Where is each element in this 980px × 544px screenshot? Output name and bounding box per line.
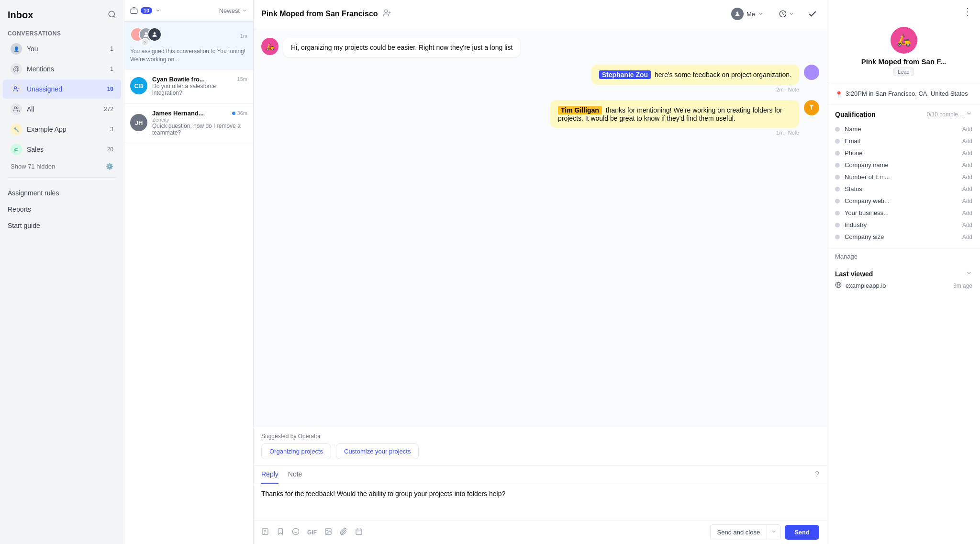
reply-tabs: Reply Note ? (254, 465, 827, 484)
tab-reply[interactable]: Reply (261, 465, 278, 484)
tim-note-meta: 1m · Note (550, 130, 799, 136)
person-add-icon[interactable] (383, 9, 391, 19)
you-avatar: 👤 (11, 43, 22, 55)
qual-add-company-web[interactable]: Add (962, 198, 972, 204)
send-close-btn[interactable]: Send and close (710, 524, 781, 540)
sidebar-item-badge-mentions: 1 (110, 66, 113, 72)
assignee-name: Me (746, 11, 755, 18)
qual-item-your-business: Your business... Add (835, 207, 972, 219)
conv-item[interactable]: 1m You assigned this conversation to You… (124, 22, 253, 70)
conv-item-preview-3: Quick question, how do I remove a teamma… (152, 123, 247, 136)
svg-point-7 (154, 32, 156, 34)
chat-messages: 🛵 Hi, organizing my projects could be ea… (254, 28, 827, 427)
qual-add-company-name[interactable]: Add (962, 162, 972, 169)
bookmark-icon[interactable] (277, 528, 284, 537)
chat-title: Pink Moped from San Francisco (261, 10, 378, 18)
sidebar-item-sales[interactable]: 🏷 Sales 20 (3, 140, 121, 159)
last-viewed-expand-icon[interactable] (966, 270, 972, 278)
qual-label-your-business: Your business... (845, 209, 958, 216)
manage-link[interactable]: Manage (827, 249, 980, 264)
message-bubble-1: Hi, organizing my projects could be easi… (283, 38, 520, 57)
qual-label-name: Name (845, 125, 958, 133)
reply-toolbar: GIF Send and close Send (254, 520, 827, 544)
conv-item-sub-3: Zencity (152, 117, 247, 123)
last-viewed-site: exampleapp.io (846, 282, 886, 289)
sidebar-item-unassigned[interactable]: Unassigned 10 (3, 79, 121, 99)
qual-add-name[interactable]: Add (962, 126, 972, 133)
send-btn[interactable]: Send (785, 525, 819, 540)
tab-note[interactable]: Note (288, 465, 302, 484)
sidebar-link-reports[interactable]: Reports (8, 202, 116, 217)
reply-input[interactable]: Thanks for the feedback! Would the abili… (254, 484, 827, 519)
sidebar-item-badge-sales: 20 (107, 146, 113, 153)
settings-icon[interactable]: ⚙️ (106, 163, 113, 170)
qual-add-industry[interactable]: Add (962, 222, 972, 228)
show-hidden-btn[interactable]: Show 71 hidden ⚙️ (3, 160, 121, 173)
conv-panel-header: 10 Newest (124, 0, 253, 22)
qual-item-industry: Industry Add (835, 219, 972, 231)
suggestions-label: Suggested by Operator (261, 433, 819, 440)
svg-point-11 (736, 11, 739, 14)
image-icon[interactable] (324, 528, 332, 537)
send-close-dropdown-btn[interactable] (767, 525, 780, 540)
qualification-expand-icon[interactable] (966, 110, 972, 118)
sidebar-item-all[interactable]: All 272 (3, 100, 121, 119)
qual-item-email: Email Add (835, 135, 972, 147)
sidebar-link-assignment-rules[interactable]: Assignment rules (8, 185, 116, 201)
format-icon[interactable] (261, 528, 269, 537)
more-options-icon[interactable]: ⋮ (963, 6, 972, 17)
reply-actions: Send and close Send (710, 524, 819, 540)
emoji-icon[interactable] (292, 528, 300, 537)
qual-label-phone: Phone (845, 149, 958, 157)
sidebar-item-badge-you: 1 (110, 45, 113, 52)
qual-add-num-employees[interactable]: Add (962, 174, 972, 181)
conv-sort-btn[interactable]: Newest (219, 7, 247, 14)
assignee-btn[interactable]: Me (727, 6, 768, 22)
last-viewed-section: Last viewed exampleapp.io 3m ago (827, 264, 980, 295)
conv-item-time-3: 36m (237, 110, 247, 116)
sales-icon: 🏷 (11, 144, 22, 155)
sidebar-item-mentions[interactable]: @ Mentions 1 (3, 59, 121, 79)
right-panel-top: 🛵 Pink Moped from San F... Lead (827, 19, 980, 84)
qual-add-email[interactable]: Add (962, 138, 972, 145)
suggestion-btn-2[interactable]: Customize your projects (336, 443, 419, 459)
conv-item[interactable]: CB Cyan Bowtie fro... 15m Do you offer a… (124, 70, 253, 104)
timer-btn[interactable] (775, 8, 798, 20)
qual-item-phone: Phone Add (835, 147, 972, 159)
qual-add-your-business[interactable]: Add (962, 210, 972, 216)
qualification-controls: 0/10 comple... (927, 110, 972, 118)
send-close-main-btn[interactable]: Send and close (711, 525, 767, 540)
conv-item[interactable]: JH James Hernand... 36m Zencity Quick qu… (124, 104, 253, 142)
qual-add-phone[interactable]: Add (962, 150, 972, 157)
sidebar-item-badge-example-app: 3 (110, 126, 113, 133)
qualification-header: Qualification 0/10 comple... (835, 110, 972, 118)
conv-filter-btn[interactable]: 10 (130, 7, 161, 14)
contact-avatar: 🛵 (891, 27, 917, 54)
chat-header: Pink Moped from San Francisco Me (254, 0, 827, 28)
timer-icon (779, 10, 787, 18)
qual-dot-your-business (835, 211, 840, 215)
calendar-icon[interactable] (355, 528, 363, 537)
search-icon[interactable] (108, 10, 116, 21)
help-icon[interactable]: ? (815, 470, 819, 479)
qual-add-company-size[interactable]: Add (962, 234, 972, 240)
attach-icon[interactable] (340, 528, 347, 537)
globe-icon (835, 282, 842, 290)
sort-dropdown-icon (242, 8, 247, 13)
svg-point-17 (292, 528, 299, 534)
location-display: 📍 3:20PM in San Francisco, CA, United St… (835, 90, 972, 98)
sidebar-item-you[interactable]: 👤 You 1 (3, 39, 121, 58)
qual-add-status[interactable]: Add (962, 186, 972, 193)
sidebar-item-label-sales: Sales (27, 146, 102, 153)
conv-item-header: 1m (130, 27, 247, 45)
gif-label[interactable]: GIF (307, 529, 317, 536)
conv-item-name-2: Cyan Bowtie fro... (152, 76, 205, 83)
location-section: 📍 3:20PM in San Francisco, CA, United St… (827, 84, 980, 104)
lead-badge: Lead (893, 68, 913, 76)
svg-point-4 (14, 107, 17, 109)
resolve-btn[interactable] (806, 7, 819, 21)
sidebar-link-start-guide[interactable]: Start guide (8, 218, 116, 233)
sidebar-item-example-app[interactable]: 🔧 Example App 3 (3, 120, 121, 139)
qual-dot-company-web (835, 199, 840, 204)
suggestion-btn-1[interactable]: Organizing projects (261, 443, 331, 459)
